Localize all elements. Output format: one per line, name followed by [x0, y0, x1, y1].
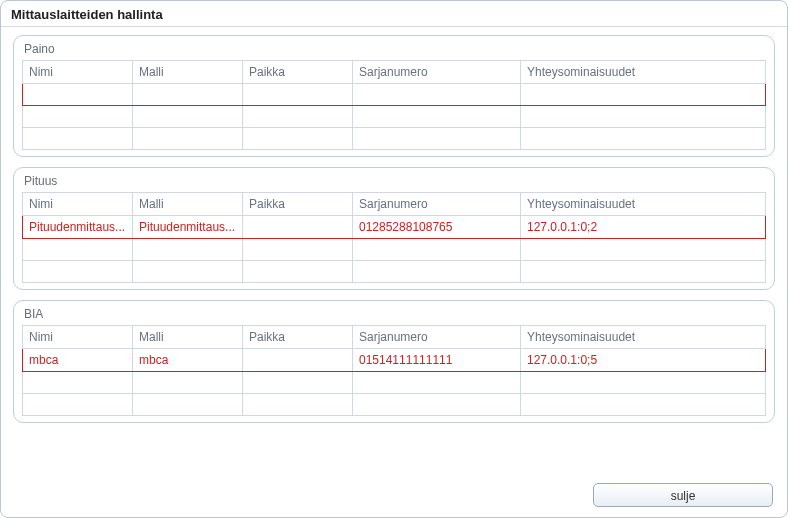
cell-paikka[interactable]: [243, 84, 353, 106]
grid-bia[interactable]: Nimi Malli Paikka Sarjanumero Yhteysomin…: [22, 325, 766, 416]
cell-nimi[interactable]: [23, 128, 133, 150]
col-sarjanumero[interactable]: Sarjanumero: [353, 61, 521, 84]
close-button[interactable]: sulje: [593, 483, 773, 507]
cell-nimi[interactable]: mbca: [23, 349, 133, 372]
panel-bia-title: BIA: [22, 307, 766, 325]
cell-yhteys[interactable]: [521, 261, 766, 283]
cell-paikka[interactable]: [243, 349, 353, 372]
col-paikka[interactable]: Paikka: [243, 193, 353, 216]
cell-nimi[interactable]: [23, 372, 133, 394]
cell-malli[interactable]: mbca: [133, 349, 243, 372]
device-management-window: Mittauslaitteiden hallinta Paino Nimi Ma…: [0, 0, 788, 518]
table-row[interactable]: mbcambca01514111111111127.0.0.1:0;5: [23, 349, 766, 372]
cell-sarjanumero[interactable]: 01285288108765: [353, 216, 521, 239]
cell-paikka[interactable]: [243, 372, 353, 394]
cell-sarjanumero[interactable]: 01514111111111: [353, 349, 521, 372]
cell-nimi[interactable]: [23, 394, 133, 416]
cell-malli[interactable]: [133, 394, 243, 416]
panel-bia: BIA Nimi Malli Paikka Sarjanumero Yhteys…: [13, 300, 775, 423]
col-malli[interactable]: Malli: [133, 193, 243, 216]
cell-malli[interactable]: Pituudenmittaus...: [133, 216, 243, 239]
cell-yhteys[interactable]: [521, 394, 766, 416]
cell-paikka[interactable]: [243, 394, 353, 416]
cell-yhteys[interactable]: [521, 84, 766, 106]
cell-paikka[interactable]: [243, 216, 353, 239]
table-row[interactable]: [23, 394, 766, 416]
cell-sarjanumero[interactable]: [353, 128, 521, 150]
cell-yhteys[interactable]: 127.0.0.1:0;2: [521, 216, 766, 239]
table-row[interactable]: [23, 84, 766, 106]
grid-pituus[interactable]: Nimi Malli Paikka Sarjanumero Yhteysomin…: [22, 192, 766, 283]
cell-yhteys[interactable]: [521, 372, 766, 394]
table-row[interactable]: [23, 372, 766, 394]
cell-sarjanumero[interactable]: [353, 239, 521, 261]
grid-header: Nimi Malli Paikka Sarjanumero Yhteysomin…: [23, 326, 766, 349]
col-sarjanumero[interactable]: Sarjanumero: [353, 326, 521, 349]
panel-pituus: Pituus Nimi Malli Paikka Sarjanumero Yht…: [13, 167, 775, 290]
grid-header: Nimi Malli Paikka Sarjanumero Yhteysomin…: [23, 61, 766, 84]
cell-sarjanumero[interactable]: [353, 372, 521, 394]
cell-sarjanumero[interactable]: [353, 106, 521, 128]
grid-paino[interactable]: Nimi Malli Paikka Sarjanumero Yhteysomin…: [22, 60, 766, 150]
col-nimi[interactable]: Nimi: [23, 193, 133, 216]
grid-body-bia: mbcambca01514111111111127.0.0.1:0;5: [23, 349, 766, 416]
panel-paino: Paino Nimi Malli Paikka Sarjanumero Yhte…: [13, 35, 775, 157]
cell-malli[interactable]: [133, 128, 243, 150]
table-row[interactable]: [23, 106, 766, 128]
cell-yhteys[interactable]: [521, 106, 766, 128]
col-yhteys[interactable]: Yhteysominaisuudet: [521, 193, 766, 216]
cell-nimi[interactable]: Pituudenmittaus...: [23, 216, 133, 239]
panel-pituus-title: Pituus: [22, 174, 766, 192]
cell-malli[interactable]: [133, 261, 243, 283]
cell-malli[interactable]: [133, 239, 243, 261]
cell-sarjanumero[interactable]: [353, 394, 521, 416]
cell-sarjanumero[interactable]: [353, 261, 521, 283]
col-sarjanumero[interactable]: Sarjanumero: [353, 193, 521, 216]
grid-body-pituus: Pituudenmittaus...Pituudenmittaus...0128…: [23, 216, 766, 283]
cell-yhteys[interactable]: [521, 239, 766, 261]
content-area: Paino Nimi Malli Paikka Sarjanumero Yhte…: [1, 27, 787, 423]
col-paikka[interactable]: Paikka: [243, 326, 353, 349]
cell-nimi[interactable]: [23, 106, 133, 128]
cell-yhteys[interactable]: [521, 128, 766, 150]
cell-yhteys[interactable]: 127.0.0.1:0;5: [521, 349, 766, 372]
col-yhteys[interactable]: Yhteysominaisuudet: [521, 61, 766, 84]
panel-paino-title: Paino: [22, 42, 766, 60]
col-nimi[interactable]: Nimi: [23, 61, 133, 84]
cell-nimi[interactable]: [23, 239, 133, 261]
grid-header: Nimi Malli Paikka Sarjanumero Yhteysomin…: [23, 193, 766, 216]
cell-malli[interactable]: [133, 372, 243, 394]
table-row[interactable]: Pituudenmittaus...Pituudenmittaus...0128…: [23, 216, 766, 239]
cell-nimi[interactable]: [23, 261, 133, 283]
footer: sulje: [593, 483, 773, 507]
grid-body-paino: [23, 84, 766, 150]
cell-paikka[interactable]: [243, 239, 353, 261]
cell-malli[interactable]: [133, 84, 243, 106]
cell-nimi[interactable]: [23, 84, 133, 106]
col-paikka[interactable]: Paikka: [243, 61, 353, 84]
col-malli[interactable]: Malli: [133, 61, 243, 84]
col-yhteys[interactable]: Yhteysominaisuudet: [521, 326, 766, 349]
cell-paikka[interactable]: [243, 106, 353, 128]
cell-paikka[interactable]: [243, 128, 353, 150]
table-row[interactable]: [23, 128, 766, 150]
window-title: Mittauslaitteiden hallinta: [1, 1, 787, 27]
col-malli[interactable]: Malli: [133, 326, 243, 349]
cell-paikka[interactable]: [243, 261, 353, 283]
table-row[interactable]: [23, 261, 766, 283]
cell-sarjanumero[interactable]: [353, 84, 521, 106]
col-nimi[interactable]: Nimi: [23, 326, 133, 349]
table-row[interactable]: [23, 239, 766, 261]
cell-malli[interactable]: [133, 106, 243, 128]
